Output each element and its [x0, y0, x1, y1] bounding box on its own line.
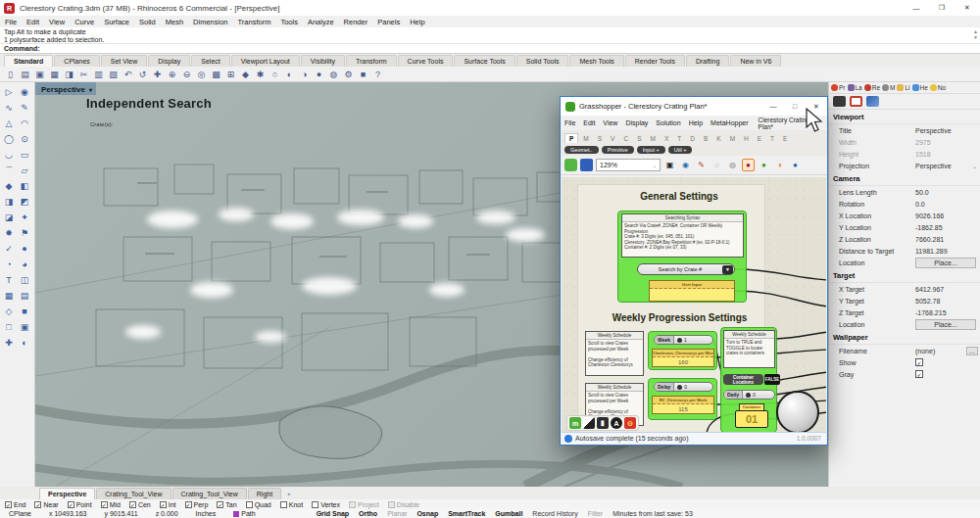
maximize-button[interactable]: ❐ [929, 0, 955, 16]
slider-knob[interactable] [746, 393, 751, 398]
sidebar-tool-icon[interactable]: ◕ [17, 257, 32, 272]
gh-component-tab[interactable]: E [779, 134, 791, 143]
gh-daily-slider[interactable]: Daily 0 [723, 390, 775, 400]
viewport-tab[interactable]: Right [248, 488, 281, 499]
menu-item[interactable]: Analyze [303, 18, 339, 26]
menu-item[interactable]: File [0, 18, 22, 26]
camera-place-button[interactable]: Place... [915, 258, 976, 268]
osnap-toggle[interactable]: Point [68, 501, 92, 508]
gh-navigation-trackball[interactable] [776, 391, 819, 434]
status-toggle[interactable]: Osnap [412, 510, 443, 517]
gh-weekly-note-1[interactable]: Weekly Schedule Scroll to view Crates pr… [585, 331, 644, 376]
close-button[interactable]: ✕ [955, 0, 980, 16]
status-cell[interactable]: Inches [187, 510, 225, 517]
gh-open-icon[interactable] [564, 159, 577, 171]
menu-item[interactable]: Solid [134, 18, 161, 26]
osnap-toggle[interactable]: Project [349, 501, 379, 508]
menu-item[interactable]: Render [339, 18, 373, 26]
osnap-toggle[interactable]: End [5, 501, 25, 508]
viewport-rect-icon[interactable] [850, 96, 862, 107]
filter-funnel-icon[interactable]: ▼ [722, 265, 733, 274]
gh-zoom-select[interactable]: 129%⌄ [596, 159, 661, 171]
osnap-toggle[interactable]: Near [34, 501, 58, 508]
status-cell[interactable]: y 9015.411 [96, 510, 147, 517]
viewport-tab[interactable]: Crating_Tool_View [172, 488, 247, 499]
sidebar-tool-icon[interactable]: ◧ [17, 178, 32, 194]
status-toggle[interactable]: Gumball [490, 510, 527, 517]
gh-shaded-preview-icon[interactable]: ● [742, 159, 755, 171]
prop-value[interactable]: 5052.78 [915, 298, 980, 305]
sidebar-tool-icon[interactable]: ◩ [17, 194, 32, 210]
tab-rendering[interactable]: Re [864, 84, 880, 91]
osnap-checkbox[interactable] [312, 501, 318, 508]
gh-canvas[interactable]: General Settings Searching Syntax Search… [562, 177, 826, 435]
gh-rv-panel[interactable]: RV_Clerestorys per Week 115 [652, 396, 714, 414]
prop-value[interactable]: -1768.215 [915, 309, 980, 316]
osnap-toggle[interactable]: Tan [217, 501, 236, 508]
menu-item[interactable]: Dimension [188, 18, 232, 26]
sidebar-tool-icon[interactable]: ∿ [1, 100, 17, 116]
status-toggle[interactable]: Filter [583, 510, 609, 517]
sidebar-tool-icon[interactable]: ✚ [1, 335, 17, 351]
gh-menu-item[interactable]: Solution [652, 119, 684, 126]
toolbar-icon[interactable]: ✱ [253, 68, 268, 81]
command-area[interactable]: Tap Alt to make a duplicate 1 polysurfac… [0, 27, 980, 54]
toolbar-icon[interactable]: ■ [356, 68, 370, 81]
gh-sketch-icon[interactable]: ✎ [695, 159, 708, 171]
projection-select[interactable]: Perspective [915, 163, 972, 169]
toolbar-tab[interactable]: CPlanes [54, 55, 99, 67]
toolbar-icon[interactable]: ▩ [209, 68, 223, 81]
gh-menu-item[interactable]: MetaHopper [707, 119, 753, 126]
status-toggle[interactable]: Record History [527, 510, 582, 517]
toolbar-icon[interactable]: ▯ [3, 68, 18, 81]
sidebar-tool-icon[interactable]: ◯ [1, 131, 17, 147]
osnap-checkbox[interactable] [246, 501, 253, 508]
toolbar-icon[interactable]: ↶ [121, 68, 135, 81]
gh-component-tab[interactable]: M [579, 134, 592, 143]
gh-component-tab[interactable]: X [661, 134, 672, 143]
toolbar-icon[interactable]: ✚ [150, 68, 165, 81]
gh-component-tab[interactable]: C [619, 134, 632, 143]
sidebar-tool-icon[interactable]: ✸ [1, 225, 17, 241]
osnap-checkbox[interactable] [160, 501, 167, 508]
sidebar-tool-icon[interactable]: ▦ [1, 288, 17, 304]
toolbar-tab[interactable]: Viewport Layout [231, 55, 300, 67]
toolbar-tab[interactable]: Display [148, 55, 190, 67]
sidebar-tool-icon[interactable]: ◐ [17, 335, 32, 351]
gh-component-tab[interactable]: E [754, 134, 765, 143]
toolbar-icon[interactable]: ↺ [135, 68, 150, 81]
toolbar-icon[interactable]: ▧ [106, 68, 121, 81]
menu-item[interactable]: Mesh [161, 18, 188, 26]
sidebar-tool-icon[interactable]: ◉ [17, 84, 32, 100]
toolbar-tab[interactable]: Curve Tools [398, 55, 454, 67]
sidebar-tool-icon[interactable]: ▱ [17, 163, 32, 178]
gh-green-sphere-icon[interactable]: ● [758, 159, 770, 171]
gh-menu-item[interactable]: Edit [579, 119, 599, 126]
toolbar-tab[interactable]: Render Tools [625, 55, 685, 67]
sidebar-tool-icon[interactable]: ▤ [17, 288, 32, 304]
sidebar-tool-icon[interactable]: ✓ [1, 241, 17, 257]
camera-icon[interactable] [833, 96, 846, 107]
toolbar-icon[interactable]: ? [370, 68, 385, 81]
gh-component-tab[interactable]: T [766, 134, 778, 143]
toolbar-icon[interactable]: ⊖ [179, 68, 194, 81]
osnap-checkbox[interactable] [101, 501, 108, 508]
toolbar-tab[interactable]: Transform [346, 55, 397, 67]
hook-icon[interactable] [866, 96, 879, 107]
gh-maximize-button[interactable]: □ [784, 97, 806, 116]
gh-component-tab[interactable]: V [607, 134, 618, 143]
sidebar-tool-icon[interactable]: ◆ [1, 178, 17, 194]
osnap-toggle[interactable]: Perp [185, 501, 209, 508]
prop-value[interactable]: 0.0 [915, 201, 980, 208]
toolbar-icon[interactable]: ◨ [62, 68, 76, 81]
gh-week-slider[interactable]: Week 1 [654, 335, 713, 345]
gh-category-pill[interactable]: Util + [668, 146, 693, 154]
prop-value[interactable]: 6412.967 [915, 286, 980, 293]
menu-item[interactable]: Help [405, 18, 429, 26]
gh-category-pill[interactable]: Input + [637, 146, 665, 154]
gh-category-pill[interactable]: Primitive [602, 146, 634, 154]
osnap-checkbox[interactable] [349, 501, 356, 508]
metahopper-icon[interactable]: m [569, 417, 581, 429]
prop-value[interactable]: 7660.281 [915, 236, 980, 243]
osnap-checkbox[interactable] [388, 501, 395, 508]
